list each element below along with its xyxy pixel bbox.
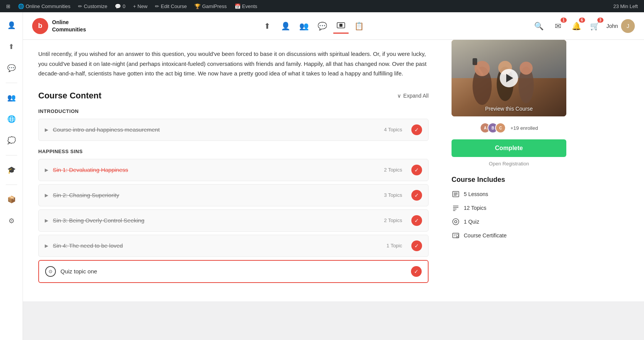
nav-upload-btn[interactable]: ⬆: [260, 18, 275, 34]
lesson-topics-count: 1 Topic: [386, 243, 402, 248]
expand-arrow-icon: ▶: [45, 167, 48, 173]
admin-bar-gamipress[interactable]: 🏆 GamiPress: [191, 0, 230, 12]
quiz-completion-check-icon: ✓: [411, 266, 422, 277]
lesson-title: Sin 2: Chasing Superiority: [53, 192, 380, 198]
expand-all-button[interactable]: ∨ Expand All: [397, 93, 429, 99]
play-triangle-icon: [506, 74, 513, 82]
wp-icon: ⊞: [6, 3, 10, 9]
sidebar-item-upload[interactable]: ⬆: [5, 40, 18, 54]
course-preview-image[interactable]: Preview this Course: [452, 40, 566, 116]
sidebar-divider-2: [6, 155, 17, 155]
svg-point-21: [455, 221, 457, 223]
admin-bar-timer: 23 Min Left: [610, 3, 641, 9]
gamipress-icon: 🏆: [194, 3, 201, 9]
edit-icon: ✏: [155, 3, 159, 9]
preview-label: Preview this Course: [452, 106, 566, 112]
quiz-text: 1 Quiz: [464, 219, 479, 225]
open-registration-link[interactable]: Open Registration: [452, 161, 566, 167]
bell-badge: 6: [579, 18, 585, 23]
sidebar-item-message[interactable]: 💬: [5, 61, 18, 75]
intro-paragraph: Until recently, if you wished for an ans…: [38, 49, 429, 78]
nav-search-btn[interactable]: 🔍: [532, 18, 547, 34]
quiz-icon: ⊙: [45, 266, 56, 277]
nav-list-btn[interactable]: 📋: [352, 18, 367, 34]
include-certificate: Course Certificate: [452, 231, 566, 240]
online-communities-icon: 🌐: [18, 3, 24, 9]
events-icon: 📅: [235, 3, 241, 9]
nav-camera-btn[interactable]: [333, 18, 349, 34]
quiz-row[interactable]: ⊙ Quiz topic one ✓: [38, 260, 429, 283]
sidebar-item-settings[interactable]: ⚙: [5, 214, 18, 228]
sidebar-item-user[interactable]: 👤: [5, 18, 18, 32]
admin-bar-online-communities[interactable]: 🌐 Online Communities: [15, 0, 73, 12]
lesson-row[interactable]: ▶ Sin 3: Being Overly Control Seeking 2 …: [38, 209, 429, 232]
lesson-row[interactable]: ▶ Sin 4: The need to be loved 1 Topic ✓: [38, 235, 429, 257]
lesson-row[interactable]: ▶ Course intro and happiness measurement…: [38, 119, 429, 141]
sidebar-item-groups[interactable]: 👥: [5, 91, 18, 105]
quiz-title: Quiz topic one: [60, 268, 406, 275]
avatar-stack: A B C: [480, 123, 503, 133]
course-content-title: Course Content: [38, 91, 101, 101]
expand-arrow-icon: ▶: [45, 193, 48, 198]
messages-badge: 1: [561, 18, 567, 23]
nav-cart-btn[interactable]: 🛒 3: [588, 19, 602, 33]
admin-bar-wp-logo[interactable]: ⊞: [3, 0, 13, 12]
topics-text: 12 Topics: [464, 205, 486, 211]
nav-icons-center: ⬆ 👤 👥 💬 📋: [101, 18, 525, 34]
cart-badge: 3: [597, 18, 603, 23]
new-icon: +: [133, 3, 136, 9]
nav-users-btn[interactable]: 👥: [297, 18, 312, 34]
play-button[interactable]: [500, 69, 518, 87]
lesson-title: Course intro and happiness measurement: [53, 126, 380, 133]
complete-button[interactable]: Complete: [452, 139, 566, 157]
user-avatar: J: [621, 19, 635, 33]
svg-rect-11: [473, 58, 477, 65]
chevron-down-icon: ∨: [397, 93, 401, 99]
brand-logo[interactable]: b Online Communities: [32, 18, 86, 34]
lesson-row[interactable]: ▶ Sin 2: Chasing Superiority 3 Topics ✓: [38, 184, 429, 206]
lessons-icon: [452, 190, 460, 198]
admin-bar-customize[interactable]: ✏ Customize: [75, 0, 110, 12]
sidebar-divider-1: [6, 83, 17, 83]
user-profile[interactable]: John J: [607, 19, 635, 33]
left-sidebar: 👤 ⬆ 💬 👥 🌐 💭 🎓 📦 ⚙: [0, 12, 23, 340]
sidebar-divider-3: [6, 185, 17, 185]
comments-icon: 💬: [115, 3, 121, 9]
sidebar-item-chat[interactable]: 💭: [5, 134, 18, 147]
nav-user-btn[interactable]: 👤: [278, 18, 293, 34]
nav-right-area: 🔍 ✉ 1 🔔 6 🛒 3 John J: [532, 18, 635, 34]
section-header: Course Content ∨ Expand All: [38, 91, 429, 101]
lesson-row[interactable]: ▶ Sin 1: Devaluating Happiness 2 Topics …: [38, 159, 429, 181]
sidebar-item-courses[interactable]: 🎓: [5, 163, 18, 177]
lessons-text: 5 Lessons: [464, 191, 488, 197]
sidebar-item-community[interactable]: 🌐: [5, 112, 18, 126]
lesson-topics-count: 2 Topics: [384, 217, 402, 223]
introduction-subtitle: Introduction: [38, 108, 429, 114]
course-includes-title: Course Includes: [452, 176, 566, 184]
lesson-title-active: Sin 1: Devaluating Happiness: [53, 167, 380, 173]
nav-messages-btn[interactable]: ✉ 1: [551, 19, 565, 33]
admin-bar-new[interactable]: + New: [130, 0, 151, 12]
user-name: John: [607, 23, 618, 29]
include-lessons: 5 Lessons: [452, 190, 566, 198]
enrolled-count: +19 enrolled: [510, 125, 538, 131]
lesson-title: Sin 4: The need to be loved: [53, 242, 382, 249]
enrolled-row: A B C +19 enrolled: [452, 123, 566, 133]
completion-check-icon: ✓: [411, 240, 422, 251]
top-navigation: b Online Communities ⬆ 👤 👥 💬 📋 🔍: [23, 12, 644, 40]
admin-bar-edit-course[interactable]: ✏ Edit Course: [152, 0, 190, 12]
svg-point-9: [520, 62, 533, 75]
admin-bar-events[interactable]: 📅 Events: [232, 0, 261, 12]
include-quiz: 1 Quiz: [452, 217, 566, 226]
topics-icon: [452, 204, 460, 212]
content-layout: Until recently, if you wished for an ans…: [23, 40, 644, 301]
lesson-title: Sin 3: Being Overly Control Seeking: [53, 217, 380, 224]
admin-bar-comments[interactable]: 💬 0: [112, 0, 128, 12]
sidebar-item-archive[interactable]: 📦: [5, 193, 18, 206]
admin-bar: ⊞ 🌐 Online Communities ✏ Customize 💬 0 +…: [0, 0, 644, 12]
nav-bell-btn[interactable]: 🔔 6: [570, 19, 584, 33]
happiness-sins-subtitle: HAPPINESS SINS: [38, 149, 429, 154]
nav-chat-btn[interactable]: 💬: [315, 18, 330, 34]
certificate-icon: [452, 231, 460, 240]
certificate-text: Course Certificate: [464, 232, 507, 239]
